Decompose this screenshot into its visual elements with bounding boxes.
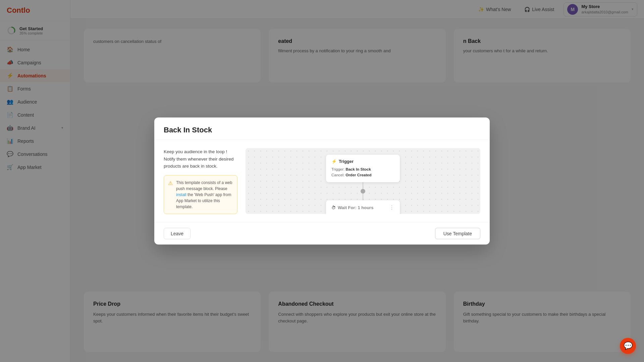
chat-icon: 💬	[624, 342, 633, 350]
use-template-button[interactable]: Use Template	[435, 228, 480, 239]
trigger-node-title: Trigger	[339, 159, 354, 164]
workflow-canvas: ⚡ Trigger Trigger: Back In Stock Cancel:…	[246, 148, 480, 214]
install-link[interactable]: install	[176, 192, 186, 197]
wait-node-title: Wait For: 1 hours	[338, 205, 373, 210]
back-in-stock-modal: Back In Stock Keep you audience in the l…	[154, 118, 490, 245]
trigger-node-header: ⚡ Trigger	[331, 159, 394, 164]
modal-body: Keep you audience in the loop ! Notify t…	[154, 140, 490, 222]
trigger-detail: Trigger: Back In Stock Cancel: Order Cre…	[331, 167, 394, 178]
modal-warning-box: ⚠ This template consists of a web push m…	[164, 175, 237, 214]
modal-title: Back In Stock	[164, 126, 480, 134]
cancel-value: Order Created	[345, 173, 371, 177]
modal-left-panel: Keep you audience in the loop ! Notify t…	[164, 148, 237, 214]
wait-title-row: ⏱ Wait For: 1 hours	[331, 205, 373, 210]
modal-footer: Leave Use Template	[154, 222, 490, 244]
trigger-value: Back In Stock	[345, 167, 371, 171]
chat-support-button[interactable]: 💬	[620, 338, 636, 354]
trigger-node: ⚡ Trigger Trigger: Back In Stock Cancel:…	[326, 155, 400, 182]
modal-header: Back In Stock	[154, 118, 490, 140]
wait-icon: ⏱	[331, 205, 336, 210]
trigger-icon: ⚡	[331, 159, 337, 164]
warning-icon: ⚠	[168, 180, 173, 186]
trigger-title-row: ⚡ Trigger	[331, 159, 354, 164]
wait-node: ⏱ Wait For: 1 hours ⋮	[326, 200, 400, 214]
wait-node-options[interactable]: ⋮	[389, 204, 394, 210]
wait-node-header: ⏱ Wait For: 1 hours ⋮	[331, 204, 394, 210]
leave-button[interactable]: Leave	[164, 228, 191, 239]
modal-description: Keep you audience in the loop ! Notify t…	[164, 148, 237, 170]
workflow-diagram: ⚡ Trigger Trigger: Back In Stock Cancel:…	[323, 155, 403, 214]
warning-text: This template consists of a web push mes…	[176, 179, 233, 209]
warning-text-before: This template consists of a web push mes…	[176, 180, 232, 191]
